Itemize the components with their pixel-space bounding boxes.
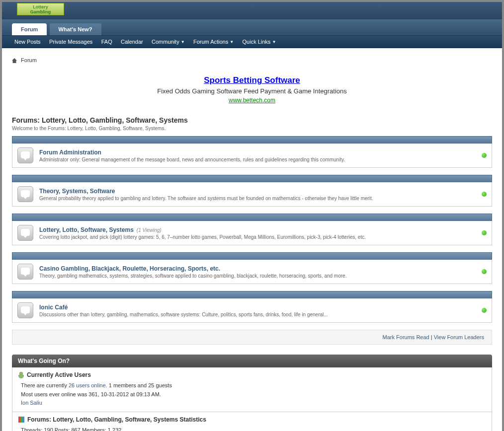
- forum-viewing-count: (1 Viewing): [137, 227, 162, 233]
- forum-title-link[interactable]: Forum Administration: [39, 149, 101, 156]
- tab-whats-new[interactable]: What's New?: [50, 23, 101, 35]
- forum-block: Ionic CaféDiscussions other than lottery…: [12, 291, 492, 323]
- header-bar: Lottery Gambling: [2, 2, 502, 19]
- active-users-title: Currently Active Users: [18, 371, 486, 378]
- subnav-forum-actions[interactable]: Forum Actions▼: [193, 39, 234, 45]
- forum-title-link[interactable]: Theory, Systems, Software: [39, 188, 115, 195]
- forum-block: Forum AdministrationAdministrator only: …: [12, 136, 492, 168]
- breadcrumb: Forum: [12, 53, 492, 71]
- active-users-section: Currently Active Users There are current…: [12, 367, 492, 412]
- online-status-icon: [482, 153, 487, 158]
- ad-description: Fixed Odds Gaming Software Feed Payment …: [12, 87, 492, 95]
- forum-status-icon: [17, 225, 33, 241]
- forum-category-header[interactable]: [12, 136, 492, 144]
- main-tabs: Forum What's New?: [2, 19, 502, 36]
- forum-description: General probability theory applied to ga…: [39, 196, 482, 201]
- forum-status-icon: [17, 264, 33, 280]
- home-icon[interactable]: [12, 58, 17, 63]
- forum-stats-section: Forums: Lottery, Lotto, Gambling, Softwa…: [12, 412, 492, 431]
- subnav-calendar[interactable]: Calendar: [121, 39, 143, 45]
- ad-url-link[interactable]: www.bettech.com: [229, 97, 275, 104]
- forum-category-header[interactable]: [12, 214, 492, 221]
- forum-stats-title: Forums: Lottery, Lotto, Gambling, Softwa…: [18, 416, 486, 423]
- forum-description: Administrator only: General management o…: [39, 157, 482, 162]
- forum-block: Theory, Systems, SoftwareGeneral probabi…: [12, 175, 492, 207]
- ad-title-link[interactable]: Sports Betting Software: [12, 75, 492, 85]
- stats-counts: Threads: 190 Posts: 867 Members: 1,232: [21, 426, 486, 431]
- subnav-new-posts[interactable]: New Posts: [14, 39, 41, 45]
- subnav-quick-links[interactable]: Quick Links▼: [243, 39, 276, 45]
- logo-text-2: Gambling: [30, 9, 51, 14]
- user-icon: [18, 372, 24, 378]
- chevron-down-icon: ▼: [272, 40, 276, 44]
- member-link[interactable]: Ion Saliu: [21, 400, 42, 406]
- chevron-down-icon: ▼: [181, 40, 185, 44]
- view-forum-leaders-link[interactable]: View Forum Leaders: [434, 334, 484, 340]
- online-status-icon: [482, 308, 487, 313]
- forum-description: Covering lotto jackpot, and pick (digit)…: [39, 234, 482, 240]
- site-logo[interactable]: Lottery Gambling: [17, 3, 64, 15]
- forum-row[interactable]: Forum AdministrationAdministrator only: …: [12, 144, 492, 168]
- tab-forum[interactable]: Forum: [12, 23, 47, 35]
- forum-title-link[interactable]: Lottery, Lotto, Software, Systems: [39, 226, 134, 233]
- sub-navigation: New Posts Private Messages FAQ Calendar …: [2, 36, 502, 48]
- page-title: Forums: Lottery, Lotto, Gambling, Softwa…: [12, 116, 492, 124]
- advertisement: Sports Betting Software Fixed Odds Gamin…: [12, 75, 492, 104]
- logo-text-1: Lottery: [33, 4, 48, 9]
- forum-category-header[interactable]: [12, 252, 492, 260]
- forum-category-header[interactable]: [12, 175, 492, 182]
- footer-links: Mark Forums Read | View Forum Leaders: [12, 330, 492, 345]
- users-online-link[interactable]: 26 users online: [69, 382, 106, 388]
- forum-description: Theory, gambling mathematics, systems, s…: [39, 273, 482, 279]
- online-status-icon: [482, 230, 487, 235]
- page-welcome: Welcome to the Forums: Lottery, Lotto, G…: [12, 126, 492, 131]
- forum-row[interactable]: Theory, Systems, SoftwareGeneral probabi…: [12, 182, 492, 207]
- subnav-faq[interactable]: FAQ: [101, 39, 112, 45]
- mark-forums-read-link[interactable]: Mark Forums Read: [383, 334, 429, 340]
- forum-row[interactable]: Lottery, Lotto, Software, Systems(1 View…: [12, 221, 492, 245]
- forum-row[interactable]: Ionic CaféDiscussions other than lottery…: [12, 298, 492, 323]
- forum-title-link[interactable]: Casino Gambling, Blackjack, Roulette, Ho…: [39, 265, 220, 272]
- chevron-down-icon: ▼: [230, 40, 234, 44]
- forum-category-header[interactable]: [12, 291, 492, 298]
- online-status-icon: [482, 192, 487, 197]
- whats-going-on-header: What's Going On?: [12, 355, 492, 367]
- forum-status-icon: [17, 186, 33, 202]
- subnav-community[interactable]: Community▼: [152, 39, 185, 45]
- forum-status-icon: [17, 302, 33, 318]
- breadcrumb-forum[interactable]: Forum: [21, 57, 37, 63]
- forum-status-icon: [17, 147, 33, 163]
- subnav-private-messages[interactable]: Private Messages: [49, 39, 92, 45]
- forum-block: Lottery, Lotto, Software, Systems(1 View…: [12, 214, 492, 245]
- stats-icon: [18, 417, 24, 423]
- most-users-online: Most users ever online was 361, 10-31-20…: [21, 390, 486, 399]
- forum-description: Discussions other than lottery, gambling…: [39, 312, 482, 317]
- forum-row[interactable]: Casino Gambling, Blackjack, Roulette, Ho…: [12, 260, 492, 284]
- online-status-icon: [482, 269, 487, 274]
- forum-title-link[interactable]: Ionic Café: [39, 304, 68, 311]
- forum-block: Casino Gambling, Blackjack, Roulette, Ho…: [12, 252, 492, 284]
